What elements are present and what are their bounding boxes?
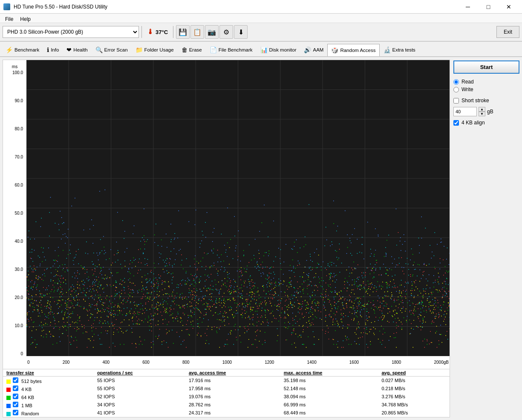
tab-benchmark[interactable]: ⚡ Benchmark <box>2 43 43 56</box>
write-radio-label[interactable]: Write <box>453 86 519 92</box>
x-labels: 0 200 400 600 800 1000 1200 1400 1600 18… <box>26 356 450 369</box>
toolbar-btn-4[interactable]: ⚙ <box>219 25 233 39</box>
exit-button[interactable]: Exit <box>496 26 519 38</box>
spinner-down[interactable]: ▼ <box>479 112 485 116</box>
tab-info[interactable]: ℹ Info <box>43 43 63 56</box>
color-box-1 <box>6 388 11 392</box>
y-label-30: 30.0 <box>5 268 23 272</box>
y-label-60: 60.0 <box>5 183 23 187</box>
color-box-4 <box>6 412 11 416</box>
cell-avg-speed-4: 20.865 MB/s <box>378 409 450 417</box>
y-label-70: 70.0 <box>5 155 23 159</box>
chart-section: ms 100.0 90.0 80.0 70.0 60.0 50.0 40.0 3… <box>3 60 450 417</box>
toolbar-btn-3[interactable]: 📷 <box>205 25 219 39</box>
toolbar-btn-1[interactable]: 💾 <box>176 25 190 39</box>
main-content: ms 100.0 90.0 80.0 70.0 60.0 50.0 40.0 3… <box>0 57 522 420</box>
row-checkbox-1[interactable] <box>13 385 18 391</box>
toolbar: PHD 3.0 Silicon-Power (2000 gB) 🌡 37°C 💾… <box>0 23 522 42</box>
row-checkbox-3[interactable] <box>13 402 18 407</box>
aam-icon: 🔊 <box>304 46 311 53</box>
short-stroke-checkbox[interactable] <box>453 98 459 104</box>
close-button[interactable]: ✕ <box>499 1 519 13</box>
read-radio-label[interactable]: Read <box>453 79 519 85</box>
file-benchmark-icon: 📄 <box>210 46 217 53</box>
y-label-100: 100.0 <box>5 71 23 75</box>
error-scan-icon: 🔍 <box>95 46 103 53</box>
maximize-button[interactable]: □ <box>479 1 498 13</box>
gb-input[interactable] <box>453 107 477 116</box>
col-max-access: max. access time <box>280 369 378 377</box>
temperature-display: 🌡 37°C <box>144 27 170 37</box>
y-labels: 100.0 90.0 80.0 70.0 60.0 50.0 40.0 30.0… <box>5 71 25 356</box>
read-radio[interactable] <box>453 79 459 85</box>
erase-icon: 🗑 <box>182 46 187 53</box>
x-label-400: 400 <box>102 360 110 365</box>
cell-ops-3: 34 IOPS <box>94 401 185 409</box>
info-icon: ℹ <box>47 46 49 53</box>
cell-avg-speed-1: 0.218 MB/s <box>378 385 450 393</box>
row-checkbox-2[interactable] <box>13 394 18 399</box>
cell-max-access-1: 52.148 ms <box>280 385 378 393</box>
tab-file-benchmark[interactable]: 📄 File Benchmark <box>206 43 257 56</box>
tab-bar: ⚡ Benchmark ℹ Info ❤ Health 🔍 Error Scan… <box>0 42 522 57</box>
color-box-0 <box>6 380 11 384</box>
y-label-20: 20.0 <box>5 296 23 300</box>
drive-dropdown[interactable]: PHD 3.0 Silicon-Power (2000 gB) <box>3 26 139 38</box>
row-checkbox-4[interactable] <box>13 410 18 415</box>
menu-help[interactable]: Help <box>17 14 34 22</box>
gb-unit: gB <box>487 109 493 115</box>
chart-area <box>26 60 450 356</box>
menu-bar: File Help <box>0 14 522 23</box>
x-label-1000: 1000 <box>222 360 232 365</box>
drive-selector: PHD 3.0 Silicon-Power (2000 gB) <box>3 26 139 38</box>
cell-ops-1: 55 IOPS <box>94 385 185 393</box>
kb-align-checkbox[interactable] <box>453 120 459 126</box>
kb-align-label[interactable]: 4 KB align <box>453 120 519 126</box>
cell-max-access-3: 66.999 ms <box>280 401 378 409</box>
menu-file[interactable]: File <box>2 14 17 22</box>
cell-transfer-size-2: 64 KB <box>3 393 94 401</box>
random-access-icon: 🎲 <box>331 47 338 54</box>
tab-random-access[interactable]: 🎲 Random Access <box>327 44 379 57</box>
row-checkbox-0[interactable] <box>13 377 18 383</box>
disk-monitor-icon: 📊 <box>260 46 268 53</box>
start-button[interactable]: Start <box>453 60 519 74</box>
toolbar-btn-5[interactable]: ⬇ <box>234 25 248 39</box>
cell-avg-access-3: 28.762 ms <box>185 401 280 409</box>
benchmark-icon: ⚡ <box>6 46 13 53</box>
minimize-button[interactable]: ─ <box>458 1 478 13</box>
tab-disk-monitor[interactable]: 📊 Disk monitor <box>257 43 300 56</box>
tab-error-scan[interactable]: 🔍 Error Scan <box>92 43 132 56</box>
separator-2 <box>173 26 173 38</box>
y-axis: ms 100.0 90.0 80.0 70.0 60.0 50.0 40.0 3… <box>3 60 26 356</box>
cell-transfer-size-1: 4 KB <box>3 385 94 393</box>
cell-max-access-0: 35.198 ms <box>280 376 378 385</box>
x-label-800: 800 <box>182 360 190 365</box>
tab-extra-tests[interactable]: 🔬 Extra tests <box>380 43 419 56</box>
cell-max-access-4: 68.449 ms <box>280 409 378 417</box>
y-label-80: 80.0 <box>5 127 23 131</box>
spinner-up[interactable]: ▲ <box>479 107 485 112</box>
tab-erase[interactable]: 🗑 Erase <box>178 43 206 56</box>
chart-container: ms 100.0 90.0 80.0 70.0 60.0 50.0 40.0 3… <box>3 60 450 369</box>
tab-health[interactable]: ❤ Health <box>63 43 91 56</box>
app-icon <box>3 3 10 10</box>
separator-1 <box>141 26 142 38</box>
tab-folder-usage[interactable]: 📁 Folder Usage <box>132 43 178 56</box>
cell-transfer-size-3: 1 MB <box>3 401 94 409</box>
cell-avg-access-0: 17.916 ms <box>185 376 280 385</box>
write-radio[interactable] <box>453 87 459 92</box>
x-label-200: 200 <box>63 360 70 365</box>
cell-avg-speed-0: 0.027 MB/s <box>378 376 450 385</box>
cell-avg-access-1: 17.958 ms <box>185 385 280 393</box>
cell-avg-access-4: 24.317 ms <box>185 409 280 417</box>
x-label-600: 600 <box>142 360 150 365</box>
title-bar-controls: ─ □ ✕ <box>458 1 519 13</box>
y-label-10: 10.0 <box>5 324 23 328</box>
window-title: HD Tune Pro 5.50 - Hard Disk/SSD Utility <box>14 4 107 10</box>
cell-ops-0: 55 IOPS <box>94 376 185 385</box>
short-stroke-label[interactable]: Short stroke <box>453 98 519 104</box>
tab-aam[interactable]: 🔊 AAM <box>300 43 327 56</box>
cell-avg-speed-2: 3.276 MB/s <box>378 393 450 401</box>
toolbar-btn-2[interactable]: 📋 <box>190 25 204 39</box>
